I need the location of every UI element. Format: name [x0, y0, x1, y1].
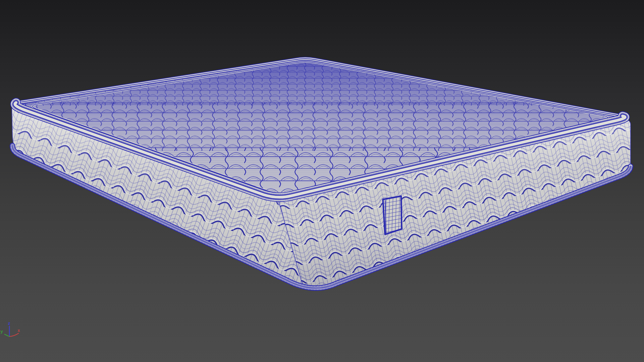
- axis-label-z: z: [8, 321, 10, 326]
- axis-label-x: x: [17, 328, 20, 333]
- axis-label-y: y: [0, 329, 3, 334]
- 3d-viewport[interactable]: z y x: [0, 0, 644, 362]
